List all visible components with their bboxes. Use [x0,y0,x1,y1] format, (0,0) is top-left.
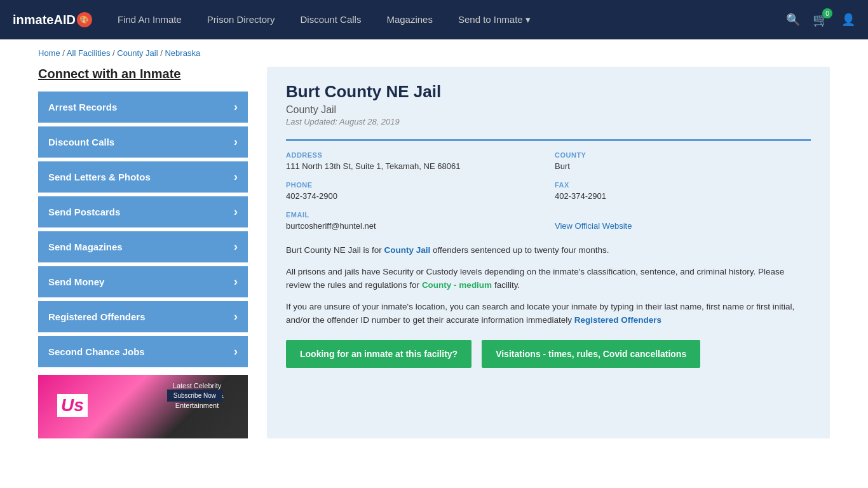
breadcrumb: Home / All Facilities / County Jail / Ne… [0,39,868,67]
sidebar-heading: Connect with an Inmate [38,67,248,81]
breadcrumb-state[interactable]: Nebraska [165,48,200,58]
registered-offenders-link[interactable]: Registered Offenders [574,315,661,325]
visitations-button[interactable]: Visitations - times, rules, Covid cancel… [482,340,700,368]
desc-para-1: Burt County NE Jail is for County Jail o… [286,243,811,257]
address-cell: ADDRESS 111 North 13th St, Suite 1, Teka… [286,151,542,171]
cart-button[interactable]: 🛒 0 [813,12,829,27]
sidebar-item-discount-calls-label: Discount Calls [48,137,114,147]
breadcrumb-county-jail[interactable]: County Jail [117,48,158,58]
sidebar-item-send-magazines[interactable]: Send Magazines › [38,231,248,262]
sidebar: Connect with an Inmate Arrest Records › … [38,67,248,438]
sidebar-item-send-letters[interactable]: Send Letters & Photos › [38,161,248,193]
sidebar-item-registered-offenders[interactable]: Registered Offenders › [38,301,248,332]
sidebar-item-second-chance-jobs[interactable]: Second Chance Jobs › [38,336,248,367]
nav-send-to-inmate[interactable]: Send to Inmate ▾ [458,14,531,25]
sidebar-item-send-letters-label: Send Letters & Photos [48,172,151,182]
county-cell: COUNTY Burt [555,151,811,171]
email-value: burtcosheriff@huntel.net [286,221,542,231]
facility-card: Burt County NE Jail County Jail Last Upd… [267,67,830,438]
nav-right: 🔍 🛒 0 👤 [786,12,855,27]
sidebar-item-send-magazines-label: Send Magazines [48,241,123,252]
nav-magazines[interactable]: Magazines [386,14,433,25]
sidebar-item-registered-offenders-label: Registered Offenders [48,311,146,322]
county-jail-link[interactable]: County Jail [384,245,431,255]
sidebar-item-second-chance-jobs-label: Second Chance Jobs [48,346,145,357]
search-icon[interactable]: 🔍 [786,13,800,27]
info-grid: ADDRESS 111 North 13th St, Suite 1, Teka… [286,151,811,231]
chevron-right-icon: › [234,345,238,358]
website-value: View Official Website [555,221,811,231]
phone-value: 402-374-2900 [286,191,542,201]
cart-badge: 0 [822,8,832,18]
address-value: 111 North 13th St, Suite 1, Tekamah, NE … [286,161,542,171]
phone-cell: PHONE 402-374-2900 [286,181,542,201]
facility-type: County Jail [286,104,811,116]
fax-label: FAX [555,181,811,189]
nav-links: Find An Inmate Prison Directory Discount… [118,14,786,25]
facility-last-updated: Last Updated: August 28, 2019 [286,117,811,126]
desc-para-3: If you are unsure of your inmate's locat… [286,300,811,327]
fax-value: 402-374-2901 [555,191,811,201]
chevron-right-icon: › [234,205,238,219]
logo-icon: 🎨 [77,12,92,27]
ad-text: Latest Celebrity News, Pictures & Entert… [159,381,235,410]
breadcrumb-all-facilities[interactable]: All Facilities [67,48,111,58]
sidebar-item-send-money-label: Send Money [48,276,104,287]
website-cell: View Official Website [555,211,811,231]
logo-text: inmateAID [13,13,76,27]
main-nav: inmateAID 🎨 Find An Inmate Prison Direct… [0,0,868,39]
sidebar-item-send-money[interactable]: Send Money › [38,266,248,297]
ad-line3: Entertainment [159,401,235,410]
fax-cell: FAX 402-374-2901 [555,181,811,201]
official-website-link[interactable]: View Official Website [555,221,632,231]
facility-description: Burt County NE Jail is for County Jail o… [286,243,811,327]
phone-label: PHONE [286,181,542,189]
user-icon[interactable]: 👤 [841,13,855,27]
advertisement: Us Latest Celebrity News, Pictures & Ent… [38,375,248,438]
ad-logo: Us [57,394,88,417]
email-label: EMAIL [286,211,542,219]
nav-prison-directory[interactable]: Prison Directory [207,14,275,25]
chevron-right-icon: › [234,170,238,184]
chevron-right-icon: › [234,275,238,288]
logo[interactable]: inmateAID 🎨 [13,12,92,27]
chevron-right-icon: › [234,310,238,323]
info-divider [286,139,811,141]
desc-para-2: All prisons and jails have Security or C… [286,265,811,292]
breadcrumb-home[interactable]: Home [38,48,60,58]
nav-find-inmate[interactable]: Find An Inmate [118,14,182,25]
county-label: COUNTY [555,151,811,159]
sidebar-item-send-postcards-label: Send Postcards [48,207,120,217]
website-label [555,211,811,219]
email-cell: EMAIL burtcosheriff@huntel.net [286,211,542,231]
action-buttons: Looking for an inmate at this facility? … [286,340,811,368]
sidebar-item-arrest-records[interactable]: Arrest Records › [38,92,248,123]
chevron-right-icon: › [234,240,238,254]
looking-for-inmate-button[interactable]: Looking for an inmate at this facility? [286,340,471,368]
county-value: Burt [555,161,811,171]
chevron-right-icon: › [234,135,238,149]
county-medium-link[interactable]: County - medium [422,280,492,290]
address-label: ADDRESS [286,151,542,159]
sidebar-item-send-postcards[interactable]: Send Postcards › [38,196,248,227]
facility-name: Burt County NE Jail [286,82,811,102]
main-content: Connect with an Inmate Arrest Records › … [0,67,868,464]
sidebar-item-discount-calls[interactable]: Discount Calls › [38,126,248,158]
nav-discount-calls[interactable]: Discount Calls [301,14,362,25]
sidebar-item-arrest-records-label: Arrest Records [48,102,117,112]
ad-subscribe-button[interactable]: Subscribe Now [167,390,222,402]
chevron-right-icon: › [234,100,238,114]
